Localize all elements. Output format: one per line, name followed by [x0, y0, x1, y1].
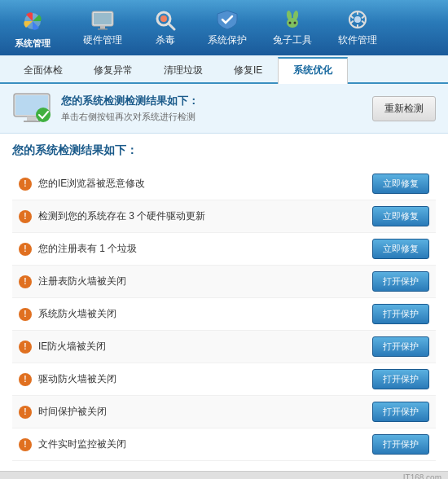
action-btn-sys-firewall[interactable]: 打开保护	[372, 304, 429, 324]
result-list: ! 您的IE浏览器被恶意修改 立即修复 ! 检测到您的系统存在 3 个硬件驱动更…	[12, 168, 436, 461]
monitor-icon	[12, 92, 51, 125]
nav-rabbit-label: 兔子工具	[273, 33, 312, 47]
item-text-driver-update: 检测到您的系统存在 3 个硬件驱动更新	[38, 209, 205, 223]
warning-icon-sys-firewall: !	[19, 308, 32, 321]
svg-rect-2	[94, 13, 112, 24]
footer-watermark: IT168.com	[403, 473, 441, 479]
svg-rect-18	[24, 121, 40, 122]
main-content: 您的系统检测结果如下： ! 您的IE浏览器被恶意修改 立即修复 ! 检测到您的系…	[0, 134, 448, 471]
item-left-time-protect: ! 时间保护被关闭	[19, 405, 107, 419]
tab-repair-anomaly[interactable]: 修复异常	[78, 57, 148, 82]
warning-icon-reg-firewall: !	[19, 275, 32, 288]
action-btn-driver-firewall[interactable]: 打开保护	[372, 369, 429, 389]
top-navigation: 系统管理 硬件管理 杀毒	[0, 0, 448, 55]
item-text-file-monitor: 文件实时监控被关闭	[38, 437, 126, 451]
summary-text: 您的系统检测检测结果如下： 单击右侧按钮再次对系统进行检测	[61, 94, 199, 123]
summary-title: 您的系统检测检测结果如下：	[61, 94, 199, 108]
nav-item-rabbit[interactable]: 兔子工具	[263, 5, 322, 51]
result-item-time-protect: ! 时间保护被关闭 打开保护	[12, 396, 436, 428]
action-btn-ie-modified[interactable]: 立即修复	[372, 174, 429, 194]
kill-icon	[152, 8, 178, 31]
nav-item-protect[interactable]: 系统保护	[198, 5, 257, 51]
nav-protect-label: 系统保护	[208, 33, 247, 47]
warning-icon-driver-firewall: !	[19, 373, 32, 386]
item-text-reg-firewall: 注册表防火墙被关闭	[38, 275, 126, 288]
nav-hardware-label: 硬件管理	[83, 33, 122, 47]
nav-item-kill[interactable]: 杀毒	[138, 5, 191, 51]
item-left-registry-trash: ! 您的注册表有 1 个垃圾	[19, 242, 137, 256]
item-text-ie-modified: 您的IE浏览器被恶意修改	[38, 177, 145, 191]
svg-rect-4	[98, 29, 108, 30]
recheck-button[interactable]: 重新检测	[372, 96, 436, 121]
item-left-ie-modified: ! 您的IE浏览器被恶意修改	[19, 177, 145, 191]
summary-subtitle: 单击右侧按钮再次对系统进行检测	[61, 111, 199, 123]
software-icon	[345, 8, 371, 31]
result-item-driver-update: ! 检测到您的系统存在 3 个硬件驱动更新 立即修复	[12, 200, 436, 233]
rabbit-icon	[279, 8, 305, 31]
action-btn-registry-trash[interactable]: 立即修复	[372, 239, 429, 259]
svg-point-19	[36, 108, 51, 122]
hardware-icon	[90, 8, 116, 31]
summary-banner: 您的系统检测检测结果如下： 单击右侧按钮再次对系统进行检测 重新检测	[0, 84, 448, 134]
item-left-sys-firewall: ! 系统防火墙被关闭	[19, 307, 116, 321]
action-btn-time-protect[interactable]: 打开保护	[372, 402, 429, 422]
app-logo-icon	[18, 7, 47, 36]
action-btn-driver-update[interactable]: 立即修复	[372, 206, 429, 226]
svg-rect-3	[100, 26, 105, 29]
app-logo-label: 系统管理	[15, 37, 51, 50]
item-text-registry-trash: 您的注册表有 1 个垃圾	[38, 242, 137, 256]
nav-item-software[interactable]: 软件管理	[328, 5, 387, 51]
svg-point-12	[294, 22, 296, 24]
footer: IT168.com	[0, 471, 448, 479]
svg-point-14	[354, 16, 361, 23]
protect-icon	[214, 8, 240, 31]
item-text-driver-firewall: 驱动防火墙被关闭	[38, 372, 116, 386]
summary-left: 您的系统检测检测结果如下： 单击右侧按钮再次对系统进行检测	[12, 92, 199, 125]
svg-rect-17	[27, 116, 37, 121]
item-left-file-monitor: ! 文件实时监控被关闭	[19, 437, 126, 451]
tab-clean-trash[interactable]: 清理垃圾	[148, 57, 218, 82]
logo-area[interactable]: 系统管理	[8, 7, 57, 50]
warning-icon-ie-modified: !	[19, 178, 32, 191]
item-left-driver-update: ! 检测到您的系统存在 3 个硬件驱动更新	[19, 209, 205, 223]
item-text-time-protect: 时间保护被关闭	[38, 405, 107, 419]
result-item-file-monitor: ! 文件实时监控被关闭 打开保护	[12, 428, 436, 461]
item-text-sys-firewall: 系统防火墙被关闭	[38, 307, 116, 321]
result-item-ie-modified: ! 您的IE浏览器被恶意修改 立即修复	[12, 168, 436, 200]
tab-system-optimize[interactable]: 系统优化	[278, 57, 348, 84]
result-item-registry-trash: ! 您的注册表有 1 个垃圾 立即修复	[12, 233, 436, 266]
result-title: 您的系统检测结果如下：	[12, 143, 436, 158]
result-item-sys-firewall: ! 系统防火墙被关闭 打开保护	[12, 298, 436, 331]
nav-item-hardware[interactable]: 硬件管理	[73, 5, 132, 51]
warning-icon-driver-update: !	[19, 210, 32, 223]
warning-icon-registry-trash: !	[19, 243, 32, 256]
nav-kill-label: 杀毒	[156, 33, 175, 47]
item-text-ie-firewall: IE防火墙被关闭	[38, 340, 106, 354]
action-btn-ie-firewall[interactable]: 打开保护	[372, 336, 429, 357]
warning-icon-ie-firewall: !	[19, 341, 32, 354]
svg-line-6	[169, 24, 174, 29]
svg-point-7	[160, 15, 167, 22]
item-left-driver-firewall: ! 驱动防火墙被关闭	[19, 372, 116, 386]
result-item-driver-firewall: ! 驱动防火墙被关闭 打开保护	[12, 363, 436, 396]
result-item-reg-firewall: ! 注册表防火墙被关闭 打开保护	[12, 266, 436, 298]
nav-items: 硬件管理 杀毒 系统保护	[73, 5, 440, 51]
warning-icon-time-protect: !	[19, 406, 32, 419]
warning-icon-file-monitor: !	[19, 438, 32, 451]
action-btn-reg-firewall[interactable]: 打开保护	[372, 271, 429, 292]
item-left-reg-firewall: ! 注册表防火墙被关闭	[19, 275, 126, 288]
item-left-ie-firewall: ! IE防火墙被关闭	[19, 340, 106, 354]
tab-bar: 全面体检 修复异常 清理垃圾 修复IE 系统优化	[0, 55, 448, 84]
tab-full-check[interactable]: 全面体检	[8, 57, 78, 82]
tab-repair-ie[interactable]: 修复IE	[218, 57, 278, 82]
nav-software-label: 软件管理	[338, 33, 377, 47]
result-item-ie-firewall: ! IE防火墙被关闭 打开保护	[12, 331, 436, 363]
svg-point-11	[289, 22, 292, 24]
action-btn-file-monitor[interactable]: 打开保护	[372, 434, 429, 455]
